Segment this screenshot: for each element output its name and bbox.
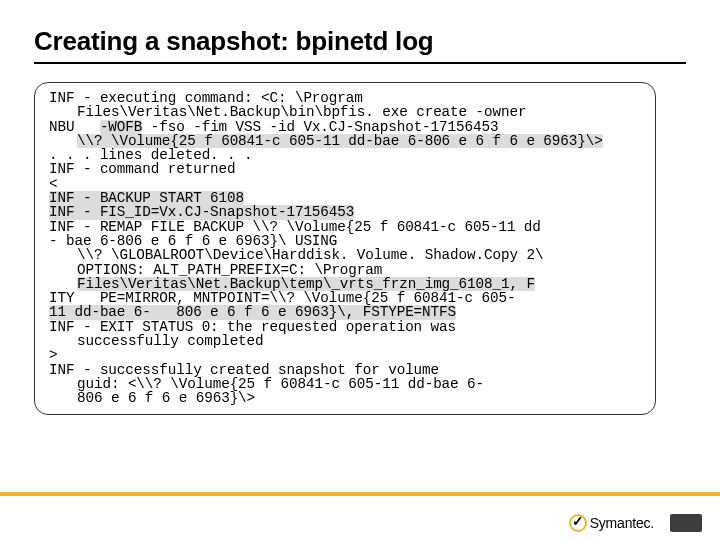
footer-accent-bar (0, 492, 720, 496)
log-line: < (49, 177, 641, 191)
highlighted-text: 11 dd-bae 6- 806 e 6 f 6 e 6963}\, FSTYP… (49, 305, 456, 319)
highlighted-text: \\? \Volume{25 f 60841-c 605-11 dd-bae 6… (77, 134, 603, 148)
highlighted-text: Files\Veritas\Net.Backup\temp\_vrts_frzn… (77, 277, 535, 291)
log-line: 11 dd-bae 6- 806 e 6 f 6 e 6963}\, FSTYP… (49, 305, 641, 319)
log-line: INF - successfully created snapshot for … (49, 363, 641, 377)
log-line: 806 e 6 f 6 e 6963}\> (49, 391, 641, 405)
log-line: successfully completed (49, 334, 641, 348)
check-ring-icon (569, 514, 587, 532)
page-number-box (670, 514, 702, 532)
log-line: Files\Veritas\Net.Backup\temp\_vrts_frzn… (49, 277, 641, 291)
log-line: OPTIONS: ALT_PATH_PREFIX=C: \Program (49, 263, 641, 277)
slide-title: Creating a snapshot: bpinetd log (34, 26, 434, 57)
log-line: INF - executing command: <C: \Program (49, 91, 641, 105)
brand-name: Symantec. (590, 515, 654, 531)
log-line: \\? \Volume{25 f 60841-c 605-11 dd-bae 6… (49, 134, 641, 148)
log-line: > (49, 348, 641, 362)
brand-logo: Symantec. (569, 514, 654, 532)
title-underline (34, 62, 686, 64)
log-line: . . . lines deleted. . . (49, 148, 641, 162)
log-line: Files\Veritas\Net.Backup\bin\bpfis. exe … (49, 105, 641, 119)
highlighted-text: INF - BACKUP START 6108 (49, 191, 244, 205)
highlighted-text: -WOFB (100, 120, 142, 134)
log-line: INF - BACKUP START 6108 (49, 191, 641, 205)
slide: Creating a snapshot: bpinetd log INF - e… (0, 0, 720, 540)
log-line: \\? \GLOBALROOT\Device\Harddisk. Volume.… (49, 248, 641, 262)
highlighted-text: INF - FIS_ID=Vx.CJ-Snapshot-17156453 (49, 205, 354, 219)
log-output-box: INF - executing command: <C: \Program Fi… (34, 82, 656, 415)
log-line: NBU -WOFB -fso -fim VSS -id Vx.CJ-Snapsh… (49, 120, 641, 134)
log-line: INF - FIS_ID=Vx.CJ-Snapshot-17156453 (49, 205, 641, 219)
log-line: INF - EXIT STATUS 0: the requested opera… (49, 320, 641, 334)
log-line: - bae 6-806 e 6 f 6 e 6963}\ USING (49, 234, 641, 248)
log-line: guid: <\\? \Volume{25 f 60841-c 605-11 d… (49, 377, 641, 391)
log-line: INF - REMAP FILE BACKUP \\? \Volume{25 f… (49, 220, 641, 234)
log-line: ITY PE=MIRROR, MNTPOINT=\\? \Volume{25 f… (49, 291, 641, 305)
log-line: INF - command returned (49, 162, 641, 176)
